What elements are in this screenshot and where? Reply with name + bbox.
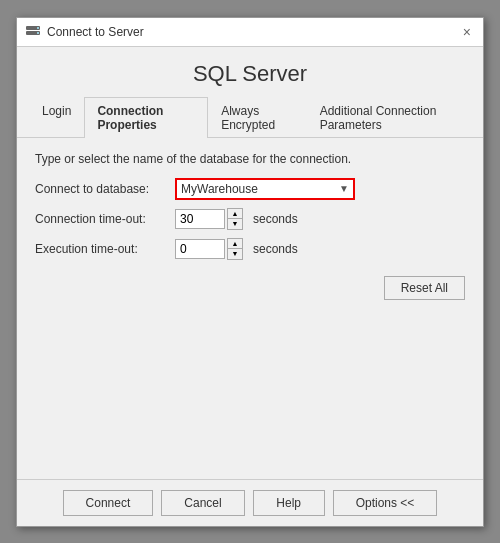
database-dropdown-value: MyWarehouse	[181, 182, 258, 196]
footer: Connect Cancel Help Options <<	[17, 479, 483, 526]
connection-timeout-label: Connection time-out:	[35, 212, 175, 226]
title-bar-text: Connect to Server	[47, 25, 144, 39]
execution-timeout-seconds: seconds	[253, 242, 298, 256]
connect-to-database-control: MyWarehouse ▼	[175, 178, 465, 200]
connection-timeout-down-button[interactable]: ▼	[228, 219, 242, 229]
title-bar: Connect to Server ×	[17, 18, 483, 47]
execution-timeout-row: Execution time-out: ▲ ▼ seconds	[35, 238, 465, 260]
svg-point-3	[37, 32, 39, 34]
tab-content: Type or select the name of the database …	[17, 138, 483, 397]
tab-additional-connection-parameters[interactable]: Additional Connection Parameters	[307, 97, 471, 138]
connection-timeout-spinner: ▲ ▼	[175, 208, 243, 230]
connect-button[interactable]: Connect	[63, 490, 154, 516]
title-bar-left: Connect to Server	[25, 24, 144, 40]
server-icon	[25, 24, 41, 40]
connection-timeout-seconds: seconds	[253, 212, 298, 226]
cancel-button[interactable]: Cancel	[161, 490, 244, 516]
chevron-down-icon: ▼	[339, 183, 349, 194]
connection-timeout-spinner-buttons: ▲ ▼	[227, 208, 243, 230]
content-hint: Type or select the name of the database …	[35, 152, 465, 166]
execution-timeout-label: Execution time-out:	[35, 242, 175, 256]
connection-timeout-control: ▲ ▼ seconds	[175, 208, 465, 230]
execution-timeout-spinner-buttons: ▲ ▼	[227, 238, 243, 260]
execution-timeout-input[interactable]	[175, 239, 225, 259]
tab-always-encrypted[interactable]: Always Encrypted	[208, 97, 306, 138]
reset-all-button[interactable]: Reset All	[384, 276, 465, 300]
connect-to-server-window: Connect to Server × SQL Server Login Con…	[16, 17, 484, 527]
database-dropdown[interactable]: MyWarehouse ▼	[175, 178, 355, 200]
connect-to-database-label: Connect to database:	[35, 182, 175, 196]
connection-timeout-input[interactable]	[175, 209, 225, 229]
app-title: SQL Server	[17, 47, 483, 97]
tabs-row: Login Connection Properties Always Encry…	[17, 97, 483, 138]
connect-to-database-row: Connect to database: MyWarehouse ▼	[35, 178, 465, 200]
tab-connection-properties[interactable]: Connection Properties	[84, 97, 208, 138]
tab-login[interactable]: Login	[29, 97, 84, 138]
help-button[interactable]: Help	[253, 490, 325, 516]
connection-timeout-up-button[interactable]: ▲	[228, 209, 242, 219]
execution-timeout-control: ▲ ▼ seconds	[175, 238, 465, 260]
execution-timeout-down-button[interactable]: ▼	[228, 249, 242, 259]
reset-row: Reset All	[35, 276, 465, 300]
close-button[interactable]: ×	[459, 25, 475, 39]
options-button[interactable]: Options <<	[333, 490, 438, 516]
connection-timeout-row: Connection time-out: ▲ ▼ seconds	[35, 208, 465, 230]
execution-timeout-up-button[interactable]: ▲	[228, 239, 242, 249]
execution-timeout-spinner: ▲ ▼	[175, 238, 243, 260]
svg-point-2	[37, 27, 39, 29]
